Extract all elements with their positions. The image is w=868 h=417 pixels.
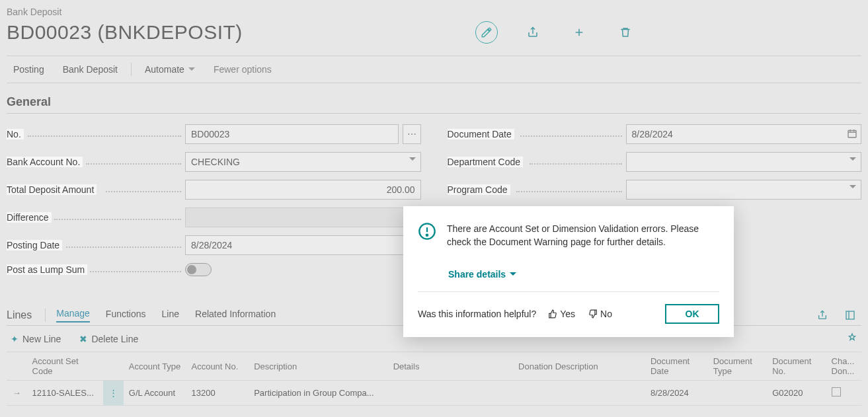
- cell-account-set-code[interactable]: 12110-SALES...: [27, 381, 104, 406]
- toggle-post-lump[interactable]: [185, 263, 212, 276]
- new-icon[interactable]: [568, 21, 590, 44]
- label-post-lump: Post as Lump Sum: [7, 264, 87, 275]
- warning-icon: [418, 222, 436, 241]
- menu-automate[interactable]: Automate: [145, 64, 195, 75]
- col-description[interactable]: Description: [249, 352, 387, 381]
- table-row[interactable]: →12110-SALES...⋮G/L Account13200Particip…: [7, 381, 861, 406]
- input-posting-date[interactable]: [185, 235, 421, 255]
- cell-description[interactable]: Participation in Group Compa...: [249, 381, 387, 406]
- share-icon[interactable]: [522, 21, 544, 44]
- tab-related-info[interactable]: Related Information: [195, 309, 276, 322]
- menu-bank-deposit[interactable]: Bank Deposit: [63, 64, 118, 75]
- thumbs-down-icon: [588, 309, 598, 319]
- dialog-message: There are Account Set or Dimension Valid…: [447, 222, 719, 249]
- tab-line[interactable]: Line: [162, 309, 179, 322]
- share-lines-icon[interactable]: [815, 308, 830, 322]
- section-general-title: General: [7, 95, 861, 114]
- col-account-set-code[interactable]: Account Set Code: [27, 352, 104, 381]
- cell-charity-don[interactable]: [826, 381, 861, 406]
- btn-delete-line[interactable]: ✖ Delete Line: [79, 334, 138, 344]
- input-department[interactable]: [626, 152, 862, 172]
- col-document-no[interactable]: Document No.: [767, 352, 826, 381]
- cell-document-date[interactable]: 8/28/2024: [645, 381, 708, 406]
- svg-rect-1: [846, 311, 854, 319]
- label-posting-date: Posting Date: [7, 240, 62, 250]
- row-menu-icon[interactable]: ⋮: [103, 381, 124, 406]
- feedback-no[interactable]: No: [588, 309, 612, 319]
- col-charity-don[interactable]: Cha... Don...: [826, 352, 861, 381]
- col-account-type[interactable]: Account Type: [124, 352, 186, 381]
- svg-rect-0: [848, 130, 856, 137]
- label-program: Program Code: [448, 184, 510, 195]
- chevron-down-icon: [849, 185, 856, 192]
- cell-document-no[interactable]: G02020: [767, 381, 826, 406]
- cell-donation-desc[interactable]: [513, 381, 645, 406]
- row-selector-icon[interactable]: →: [7, 381, 27, 406]
- delete-icon[interactable]: [614, 21, 637, 44]
- menu-separator: [131, 63, 132, 76]
- btn-new-line-label: New Line: [22, 334, 61, 344]
- cell-account-type[interactable]: G/L Account: [124, 381, 186, 406]
- col-donation-desc[interactable]: Donation Description: [513, 352, 645, 381]
- cell-account-no[interactable]: 13200: [186, 381, 249, 406]
- personalize-icon[interactable]: [847, 332, 857, 345]
- input-program[interactable]: [626, 180, 862, 200]
- feedback-no-label: No: [600, 309, 612, 319]
- feedback-yes[interactable]: Yes: [548, 309, 575, 319]
- label-no: No.: [7, 129, 24, 139]
- page-title: BD00023 (BNKDEPOSIT): [7, 21, 243, 44]
- tab-manage[interactable]: Manage: [56, 308, 90, 322]
- label-document-date: Document Date: [448, 129, 514, 139]
- col-details[interactable]: Details: [388, 352, 513, 381]
- label-department: Department Code: [448, 157, 524, 167]
- input-bank-account[interactable]: [185, 152, 421, 172]
- edit-icon[interactable]: [475, 21, 498, 44]
- calendar-icon[interactable]: [847, 128, 857, 141]
- btn-delete-line-label: Delete Line: [91, 334, 138, 344]
- input-difference: [185, 208, 421, 227]
- chevron-down-icon: [510, 272, 516, 279]
- lines-table: Account Set Code Account Type Account No…: [7, 352, 861, 406]
- label-total-deposit: Total Deposit Amount: [7, 184, 97, 195]
- delete-line-icon: ✖: [79, 334, 87, 344]
- share-details-link[interactable]: Share details: [403, 256, 734, 291]
- chevron-down-icon: [409, 157, 416, 164]
- label-difference: Difference: [7, 212, 52, 223]
- cell-details[interactable]: [388, 381, 513, 406]
- helpful-text: Was this information helpful?: [418, 309, 536, 319]
- col-document-type[interactable]: Document Type: [708, 352, 767, 381]
- menu-fewer-options[interactable]: Fewer options: [214, 64, 272, 75]
- svg-point-3: [426, 235, 428, 236]
- tab-functions[interactable]: Functions: [106, 309, 146, 322]
- cell-document-type[interactable]: [708, 381, 767, 406]
- thumbs-up-icon: [548, 309, 557, 319]
- share-details-label: Share details: [448, 269, 506, 280]
- menu-posting[interactable]: Posting: [13, 64, 44, 75]
- input-document-date[interactable]: [626, 124, 862, 144]
- input-no[interactable]: [185, 124, 399, 144]
- label-bank-account: Bank Account No.: [7, 157, 83, 167]
- feedback-yes-label: Yes: [560, 309, 575, 319]
- chevron-down-icon: [849, 157, 856, 164]
- new-line-icon: ✦: [11, 334, 19, 344]
- btn-new-line[interactable]: ✦ New Line: [11, 334, 61, 344]
- input-total-deposit[interactable]: [185, 180, 421, 200]
- lines-section-title: Lines: [7, 309, 32, 321]
- col-account-no[interactable]: Account No.: [186, 352, 249, 381]
- ok-button[interactable]: OK: [665, 304, 719, 324]
- lookup-no[interactable]: ⋯: [403, 124, 420, 144]
- breadcrumb: Bank Deposit: [7, 5, 861, 21]
- col-document-date[interactable]: Document Date: [645, 352, 708, 381]
- lines-separator: [45, 309, 46, 322]
- error-dialog: There are Account Set or Dimension Valid…: [403, 206, 734, 337]
- expand-lines-icon[interactable]: [843, 308, 857, 322]
